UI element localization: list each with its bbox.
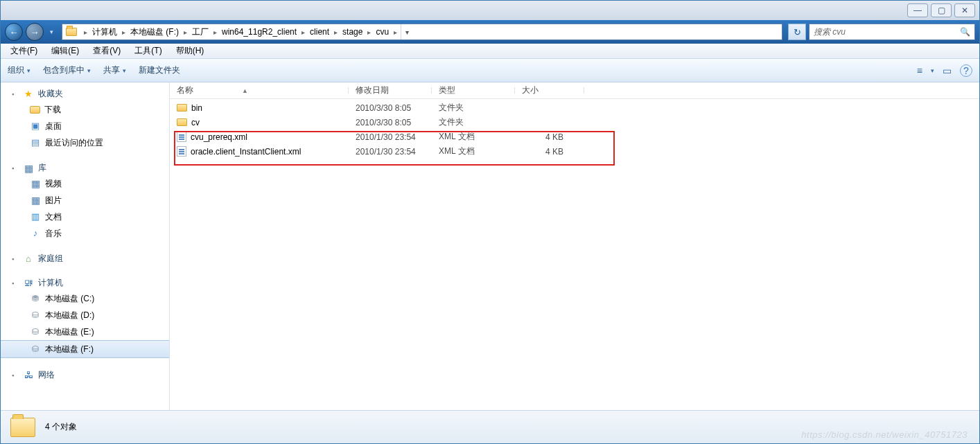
folder-icon <box>10 418 35 437</box>
nav-drive-e[interactable]: ⛁本地磁盘 (E:) <box>1 323 169 340</box>
new-folder-button[interactable]: 新建文件夹 <box>139 64 180 76</box>
minimize-button[interactable]: — <box>907 3 928 17</box>
refresh-button[interactable]: ↻ <box>788 24 806 40</box>
table-row[interactable]: cvu_prereq.xml 2010/1/30 23:54 XML 文档 4 … <box>170 130 979 144</box>
xml-file-icon <box>177 132 186 142</box>
menu-view[interactable]: 查看(V) <box>89 44 125 58</box>
search-icon[interactable]: 🔍 <box>960 27 970 37</box>
menu-help[interactable]: 帮助(H) <box>172 44 209 58</box>
share-button[interactable]: 共享▾ <box>103 64 126 76</box>
table-row[interactable]: oracle.client_InstantClient.xml 2010/1/3… <box>170 144 979 159</box>
status-bar: 4 个对象 <box>1 410 979 443</box>
chevron-right-icon[interactable]: ▸ <box>180 28 191 36</box>
nav-bar: ← → ▾ ▸ 计算机 ▸ 本地磁盘 (F:) ▸ 工厂 ▸ win64_11g… <box>1 20 979 44</box>
history-dropdown-icon[interactable]: ▾ <box>46 28 56 35</box>
menu-file[interactable]: 文件(F) <box>6 44 42 58</box>
nav-pictures[interactable]: ▦图片 <box>1 192 169 208</box>
help-button[interactable]: ? <box>960 64 972 77</box>
search-placeholder: 搜索 cvu <box>814 26 846 38</box>
sort-asc-icon: ▲ <box>242 87 248 94</box>
titlebar: — ▢ ✕ <box>1 1 979 20</box>
crumb-folder[interactable]: cvu <box>374 27 390 37</box>
nav-recent[interactable]: ▤最近访问的位置 <box>1 134 169 151</box>
body: ▪★收藏夹 下载 ▣桌面 ▤最近访问的位置 ▪▦库 ▦视频 ▦图片 ▥文档 ♪音… <box>1 82 979 410</box>
navigation-pane: ▪★收藏夹 下载 ▣桌面 ▤最近访问的位置 ▪▦库 ▦视频 ▦图片 ▥文档 ♪音… <box>1 82 170 410</box>
chevron-right-icon[interactable]: ▸ <box>298 28 308 36</box>
crumb-folder[interactable]: client <box>308 27 331 37</box>
col-type[interactable]: 类型 <box>432 85 515 96</box>
menu-bar: 文件(F) 编辑(E) 查看(V) 工具(T) 帮助(H) <box>1 44 979 59</box>
col-size[interactable]: 大小 <box>515 85 584 96</box>
table-row[interactable]: cv 2010/3/30 8:05 文件夹 <box>170 115 979 130</box>
chevron-right-icon[interactable]: ▸ <box>390 28 401 36</box>
nav-drive-f[interactable]: ⛁本地磁盘 (F:) <box>1 340 169 358</box>
nav-network[interactable]: ▪🖧网络 <box>1 368 169 382</box>
views-button[interactable]: ≡ <box>917 65 922 76</box>
file-list: 名称▲ 修改日期 类型 大小 bin 2010/3/30 8:05 文件夹 cv… <box>170 82 979 410</box>
menu-edit[interactable]: 编辑(E) <box>47 44 83 58</box>
toolbar: 组织▾ 包含到库中▾ 共享▾ 新建文件夹 ≡ ▾ ▭ ? <box>1 59 979 82</box>
include-button[interactable]: 包含到库中▾ <box>43 64 91 76</box>
chevron-right-icon[interactable]: ▸ <box>331 28 341 36</box>
crumb-computer[interactable]: 计算机 <box>91 26 119 38</box>
explorer-window: — ▢ ✕ ← → ▾ ▸ 计算机 ▸ 本地磁盘 (F:) ▸ 工厂 ▸ win… <box>0 0 980 444</box>
chevron-down-icon: ▾ <box>123 67 126 74</box>
folder-icon <box>177 104 187 112</box>
nav-libraries[interactable]: ▪▦库 <box>1 161 169 175</box>
col-date[interactable]: 修改日期 <box>349 85 432 96</box>
crumb-drive[interactable]: 本地磁盘 (F:) <box>129 26 180 38</box>
forward-button[interactable]: → <box>26 23 44 41</box>
chevron-down-icon[interactable]: ▾ <box>931 67 934 74</box>
nav-videos[interactable]: ▦视频 <box>1 175 169 192</box>
nav-drive-c[interactable]: ⛃本地磁盘 (C:) <box>1 290 169 307</box>
nav-music[interactable]: ♪音乐 <box>1 225 169 242</box>
status-text: 4 个对象 <box>45 421 77 433</box>
file-rows: bin 2010/3/30 8:05 文件夹 cv 2010/3/30 8:05… <box>170 99 979 160</box>
breadcrumb: ▸ 计算机 ▸ 本地磁盘 (F:) ▸ 工厂 ▸ win64_11gR2_cli… <box>80 24 401 39</box>
nav-favorites[interactable]: ▪★收藏夹 <box>1 87 169 101</box>
folder-icon <box>64 25 78 39</box>
address-dropdown-icon[interactable]: ▾ <box>401 24 413 39</box>
search-input[interactable]: 搜索 cvu 🔍 <box>809 24 975 40</box>
organize-button[interactable]: 组织▾ <box>8 64 30 76</box>
table-row[interactable]: bin 2010/3/30 8:05 文件夹 <box>170 100 979 115</box>
col-name[interactable]: 名称▲ <box>170 85 349 96</box>
nav-desktop[interactable]: ▣桌面 <box>1 118 169 134</box>
chevron-down-icon: ▾ <box>87 67 91 74</box>
close-button[interactable]: ✕ <box>954 3 975 17</box>
back-button[interactable]: ← <box>5 23 23 41</box>
crumb-folder[interactable]: win64_11gR2_client <box>220 27 298 37</box>
xml-file-icon <box>177 146 186 157</box>
crumb-folder[interactable]: stage <box>341 27 364 37</box>
chevron-down-icon: ▾ <box>27 67 30 74</box>
preview-pane-button[interactable]: ▭ <box>943 65 952 76</box>
nav-drive-d[interactable]: ⛁本地磁盘 (D:) <box>1 307 169 323</box>
nav-downloads[interactable]: 下载 <box>1 101 169 118</box>
chevron-right-icon[interactable]: ▸ <box>80 28 91 36</box>
menu-tools[interactable]: 工具(T) <box>130 44 166 58</box>
nav-documents[interactable]: ▥文档 <box>1 208 169 225</box>
chevron-right-icon[interactable]: ▸ <box>119 28 129 36</box>
nav-homegroup[interactable]: ▪⌂家庭组 <box>1 251 169 266</box>
folder-icon <box>177 118 187 126</box>
column-headers: 名称▲ 修改日期 类型 大小 <box>170 82 979 99</box>
chevron-right-icon[interactable]: ▸ <box>210 28 220 36</box>
maximize-button[interactable]: ▢ <box>931 3 952 17</box>
nav-computer[interactable]: ▪🖳计算机 <box>1 276 169 290</box>
chevron-right-icon[interactable]: ▸ <box>364 28 374 36</box>
crumb-folder[interactable]: 工厂 <box>191 26 210 38</box>
address-bar[interactable]: ▸ 计算机 ▸ 本地磁盘 (F:) ▸ 工厂 ▸ win64_11gR2_cli… <box>62 24 782 40</box>
